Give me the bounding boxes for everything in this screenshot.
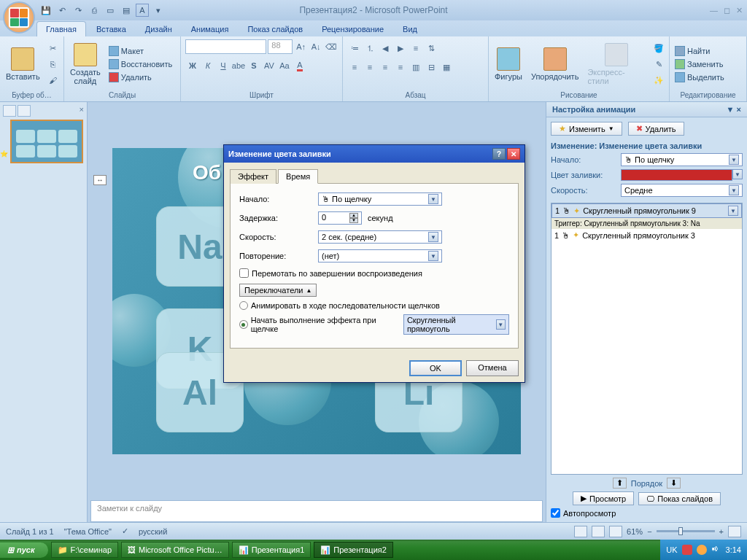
sorter-view-icon[interactable] xyxy=(592,526,605,537)
bullets-icon[interactable]: ≔ xyxy=(347,41,362,55)
dlg-speed-combo[interactable]: 2 сек. (средне)▼ xyxy=(318,230,442,244)
task-item[interactable]: 📊Презентация1 xyxy=(232,542,311,558)
delete-button[interactable]: Удалить xyxy=(107,71,174,83)
open-icon[interactable]: ▤ xyxy=(120,4,133,17)
trigger-object-combo[interactable]: Скругленный прямоуголь▼ xyxy=(403,314,509,335)
dlg-start-combo[interactable]: 🖱 По щелчку▼ xyxy=(318,192,442,206)
case-icon[interactable]: Aa xyxy=(277,58,292,73)
paste-button[interactable]: Вставить xyxy=(3,46,43,82)
task-item[interactable]: 📁F:\семинар xyxy=(51,542,118,558)
radio-trigger[interactable]: Начать выполнение эффекта при щелчке Скр… xyxy=(239,314,509,335)
bold-icon[interactable]: Ж xyxy=(185,58,200,73)
tab-insert[interactable]: Вставка xyxy=(88,22,135,36)
font-family-combo[interactable] xyxy=(185,39,266,54)
font-size-combo[interactable]: 88 xyxy=(268,39,293,54)
start-button[interactable]: ⊞пуск xyxy=(0,542,48,558)
save-icon[interactable]: 💾 xyxy=(39,4,53,17)
task-item[interactable]: 🖼Microsoft Office Pictu… xyxy=(121,542,229,558)
shape-effects-icon[interactable]: ✨ xyxy=(651,73,666,88)
indent-dec-icon[interactable]: ◀ xyxy=(378,41,392,55)
underline-icon[interactable]: Ч xyxy=(216,58,231,73)
smartart-icon[interactable]: ▦ xyxy=(439,60,454,74)
dialog-help-icon[interactable]: ? xyxy=(492,148,506,160)
align-center-icon[interactable]: ≡ xyxy=(363,60,377,74)
tab-slideshow[interactable]: Показ слайдов xyxy=(239,22,311,36)
spellcheck-icon[interactable]: ✓ xyxy=(122,526,128,536)
spacing-icon[interactable]: AV xyxy=(262,58,276,73)
dlg-rewind-checkbox[interactable]: Перемотать по завершении воспроизведения xyxy=(239,268,509,278)
cancel-button[interactable]: Отмена xyxy=(466,360,519,376)
remove-effect-button[interactable]: ✖Удалить xyxy=(628,122,684,136)
clear-format-icon[interactable]: ⌫ xyxy=(324,39,338,54)
indent-inc-icon[interactable]: ▶ xyxy=(393,41,408,55)
tray-icon[interactable] xyxy=(682,545,692,555)
thumbnails-tab-outline[interactable] xyxy=(18,105,31,117)
pane-dropdown-icon[interactable]: ▼ xyxy=(727,105,735,114)
tray-icon[interactable] xyxy=(697,545,707,555)
grow-font-icon[interactable]: A↑ xyxy=(294,39,308,54)
slideshow-button[interactable]: 🖵 Показ слайдов xyxy=(638,492,721,505)
fit-window-icon[interactable] xyxy=(728,526,741,537)
shadow-icon[interactable]: S xyxy=(247,58,261,73)
font-color-icon[interactable]: A xyxy=(293,58,307,73)
tab-home[interactable]: Главная xyxy=(36,21,86,36)
justify-icon[interactable]: ≡ xyxy=(393,60,408,74)
slideshow-view-icon[interactable] xyxy=(609,526,622,537)
align-left-icon[interactable]: ≡ xyxy=(347,60,362,74)
close-icon[interactable]: ✕ xyxy=(736,6,743,15)
format-painter-icon[interactable]: 🖌 xyxy=(46,73,61,88)
find-button[interactable]: Найти xyxy=(673,45,727,57)
start-combo[interactable]: 🖱 По щелчку▼ xyxy=(621,153,743,166)
tab-animation[interactable]: Анимация xyxy=(182,22,238,36)
dlg-repeat-combo[interactable]: (нет)▼ xyxy=(318,249,442,262)
thumbnails-close-icon[interactable]: × xyxy=(80,105,84,117)
shrink-font-icon[interactable]: A↓ xyxy=(309,39,323,54)
dialog-close-icon[interactable]: ✕ xyxy=(507,148,520,160)
list-item[interactable]: 1🖱✦Скругленный прямоугольник 3 xyxy=(551,229,742,241)
align-text-icon[interactable]: ⊟ xyxy=(424,60,438,74)
reset-button[interactable]: Восстановить xyxy=(107,58,174,70)
zoom-in-icon[interactable]: + xyxy=(719,527,724,536)
animation-badge-icon[interactable]: ↔ xyxy=(93,175,107,185)
zoom-out-icon[interactable]: − xyxy=(647,527,651,536)
shapes-button[interactable]: Фигуры xyxy=(492,46,525,82)
line-spacing-icon[interactable]: ≡ xyxy=(409,41,423,55)
tab-review[interactable]: Рецензирование xyxy=(313,22,392,36)
reorder-down-icon[interactable]: ⬇ xyxy=(667,478,681,489)
strike-icon[interactable]: abe xyxy=(231,58,246,73)
numbering-icon[interactable]: ⒈ xyxy=(363,41,377,55)
office-button[interactable] xyxy=(3,1,35,34)
italic-icon[interactable]: К xyxy=(201,58,215,73)
qat-last-icon[interactable]: A xyxy=(136,4,149,17)
status-lang[interactable]: русский xyxy=(139,527,167,536)
columns-icon[interactable]: ▥ xyxy=(409,60,423,74)
pane-close-icon[interactable]: × xyxy=(737,105,741,114)
shape-fill-icon[interactable]: 🪣 xyxy=(651,41,666,55)
arrange-button[interactable]: Упорядочить xyxy=(528,46,581,82)
slide-thumbnail[interactable] xyxy=(10,120,83,163)
thumbnails-tab-slides[interactable] xyxy=(3,105,16,117)
autopreview-checkbox[interactable]: Автопросмотр xyxy=(551,508,743,518)
tray-icon[interactable]: 🕫 xyxy=(711,545,721,555)
radio-sequence[interactable]: Анимировать в ходе последовательности ще… xyxy=(239,301,509,310)
quickprint-icon[interactable]: ⎙ xyxy=(88,4,101,17)
layout-button[interactable]: Макет xyxy=(107,45,174,57)
maximize-icon[interactable]: ◻ xyxy=(724,6,730,15)
shape-outline-icon[interactable]: ✎ xyxy=(651,57,666,71)
text-direction-icon[interactable]: ⇅ xyxy=(424,41,438,55)
speed-combo[interactable]: Средне▼ xyxy=(621,184,743,197)
undo-icon[interactable]: ↶ xyxy=(55,4,69,17)
new-icon[interactable]: ▭ xyxy=(104,4,117,17)
cut-icon[interactable]: ✂ xyxy=(46,41,61,55)
fill-color-combo[interactable] xyxy=(621,169,732,181)
zoom-slider[interactable] xyxy=(657,530,715,532)
change-effect-button[interactable]: ★Изменить ▼ xyxy=(551,122,622,136)
replace-button[interactable]: Заменить xyxy=(673,58,727,70)
copy-icon[interactable]: ⎘ xyxy=(46,57,61,71)
dialog-tab-effect[interactable]: Эффект xyxy=(230,169,276,184)
task-item[interactable]: 📊Презентация2 xyxy=(314,542,393,558)
list-item[interactable]: 1🖱✦Скругленный прямоугольник 9▼ xyxy=(551,203,742,218)
fill-dropdown-icon[interactable]: ▼ xyxy=(732,169,743,179)
notes-pane[interactable]: Заметки к слайду xyxy=(90,500,543,522)
select-button[interactable]: Выделить xyxy=(673,71,727,83)
